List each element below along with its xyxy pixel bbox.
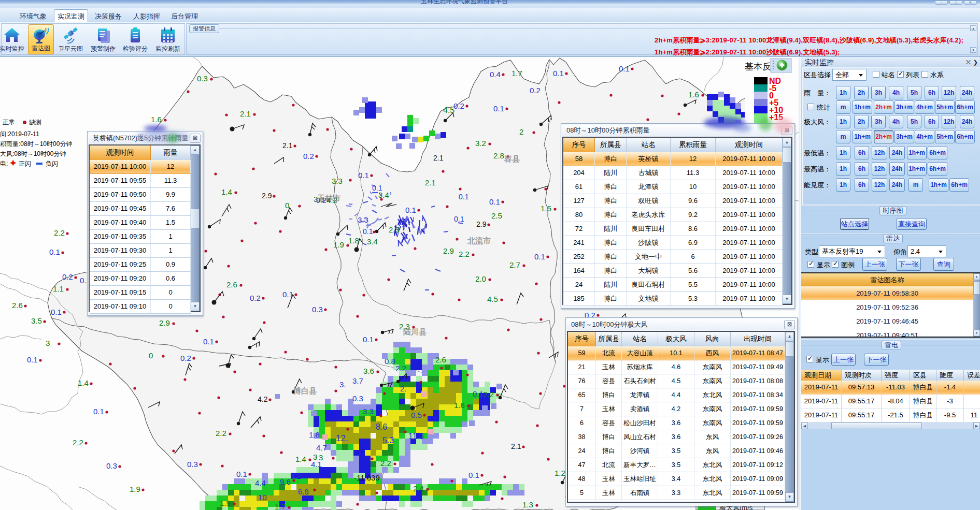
svg-text:0.8: 0.8 [385, 357, 395, 366]
svg-text:容县: 容县 [504, 154, 520, 163]
svg-text:1.7: 1.7 [275, 502, 286, 510]
svg-text:+15: +15 [769, 113, 783, 122]
svg-text:1.9: 1.9 [333, 240, 344, 249]
svg-text:3.3: 3.3 [332, 177, 343, 185]
svg-text:4.5: 4.5 [487, 295, 498, 303]
svg-text:0.2: 0.2 [303, 152, 314, 161]
svg-text:0.1: 0.1 [493, 104, 504, 113]
svg-text:1.6: 1.6 [454, 401, 465, 410]
svg-text:3.2: 3.2 [475, 139, 486, 148]
svg-text:0.3: 0.3 [352, 394, 363, 403]
svg-text:2.2: 2.2 [73, 438, 83, 447]
svg-text:2.3: 2.3 [389, 225, 400, 234]
svg-text:0.3: 0.3 [197, 74, 208, 83]
svg-text:2: 2 [519, 127, 523, 136]
svg-text:3.3: 3.3 [363, 407, 374, 416]
svg-text:0.1: 0.1 [282, 290, 293, 299]
svg-text:2.1: 2.1 [433, 154, 444, 162]
svg-text:1.1: 1.1 [53, 284, 64, 293]
svg-text:11.3: 11.3 [408, 432, 424, 441]
svg-text:2.9: 2.9 [476, 220, 487, 228]
svg-text:北流市: 北流市 [467, 236, 491, 245]
svg-text:4.2: 4.2 [258, 395, 268, 403]
svg-text:2.2: 2.2 [459, 250, 470, 258]
svg-text:0.5: 0.5 [411, 411, 422, 419]
svg-text:2.2: 2.2 [380, 459, 391, 468]
svg-text:10: 10 [258, 493, 267, 502]
svg-text:3.4: 3.4 [367, 237, 378, 246]
svg-text:2.9: 2.9 [159, 318, 170, 327]
svg-text:1.4: 1.4 [78, 378, 89, 387]
svg-text:0.1: 0.1 [468, 471, 479, 479]
svg-text:1.9: 1.9 [130, 485, 140, 493]
svg-text:2.1: 2.1 [240, 109, 251, 118]
svg-text:3.7: 3.7 [352, 376, 363, 385]
svg-text:2.7: 2.7 [509, 260, 520, 269]
svg-text:2.9: 2.9 [443, 246, 454, 255]
svg-text:2.9: 2.9 [262, 192, 272, 200]
svg-text:2.: 2. [400, 384, 407, 393]
svg-text:0.1: 0.1 [51, 308, 62, 316]
svg-text:-11.039: -11.039 [354, 473, 380, 482]
svg-text:2.2: 2.2 [395, 364, 406, 373]
svg-text:0.3: 0.3 [312, 305, 323, 314]
svg-text:0.1: 0.1 [358, 171, 369, 180]
svg-text:0.1: 0.1 [459, 193, 469, 201]
svg-text:0.1: 0.1 [405, 206, 416, 214]
svg-text:1.2: 1.2 [555, 469, 565, 477]
svg-text:0.1: 0.1 [553, 69, 564, 78]
svg-text:6.9: 6.9 [298, 487, 309, 496]
svg-text:0.3: 0.3 [187, 460, 198, 469]
svg-text:0.1: 0.1 [372, 184, 382, 192]
svg-text:0.1: 0.1 [363, 335, 374, 344]
svg-text:1.8: 1.8 [348, 236, 359, 245]
svg-text:1.4: 1.4 [221, 187, 232, 196]
svg-text:2.2: 2.2 [483, 390, 494, 399]
svg-text:0.1: 0.1 [27, 355, 38, 364]
svg-text:2.4: 2.4 [413, 484, 424, 493]
svg-text:3.3: 3.3 [358, 215, 368, 224]
svg-text:3: 3 [46, 339, 50, 347]
svg-text:0.2: 0.2 [62, 272, 73, 281]
svg-text:2.5: 2.5 [491, 211, 502, 220]
svg-text:3.5: 3.5 [31, 316, 42, 325]
svg-text:0.2: 0.2 [316, 196, 326, 205]
svg-text:1.6: 1.6 [688, 90, 699, 99]
svg-text:0.1: 0.1 [49, 247, 60, 256]
svg-text:9.6: 9.6 [280, 477, 291, 486]
svg-text:2.2: 2.2 [216, 429, 226, 438]
svg-text:0.1: 0.1 [454, 215, 464, 223]
svg-text:0.2: 0.2 [180, 354, 191, 362]
svg-text:4.7: 4.7 [316, 443, 327, 452]
svg-text:1.6: 1.6 [151, 115, 162, 124]
svg-text:3.: 3. [339, 380, 346, 389]
svg-text:2.6: 2.6 [226, 280, 237, 289]
svg-text:12.: 12. [336, 433, 348, 443]
svg-text:0.1: 0.1 [619, 64, 630, 73]
svg-text:0.2: 0.2 [250, 294, 261, 302]
svg-text:2.8: 2.8 [493, 151, 504, 160]
svg-text:0.4: 0.4 [490, 70, 501, 79]
svg-text:0.1: 0.1 [534, 252, 545, 261]
svg-text:0.1: 0.1 [203, 337, 214, 346]
svg-text:1.4: 1.4 [295, 455, 306, 463]
svg-text:8.6: 8.6 [376, 422, 387, 431]
svg-text:1.9: 1.9 [220, 499, 231, 507]
svg-text:1.7: 1.7 [512, 69, 522, 78]
svg-text:0.1: 0.1 [489, 197, 500, 206]
svg-text:9.2: 9.2 [290, 472, 301, 480]
svg-text:4.5: 4.5 [443, 106, 455, 114]
svg-text:2.6: 2.6 [12, 301, 23, 310]
svg-text:2.2: 2.2 [54, 228, 65, 237]
svg-text:4.4: 4.4 [255, 478, 266, 487]
svg-text:2.0: 2.0 [475, 274, 486, 283]
svg-text:0.1: 0.1 [93, 407, 104, 416]
svg-text:1.5: 1.5 [541, 204, 551, 213]
svg-text:4.1: 4.1 [311, 460, 322, 469]
svg-text:2.1: 2.1 [511, 442, 521, 450]
svg-text:1.8: 1.8 [309, 430, 320, 439]
svg-text:基本反: 基本反 [745, 62, 771, 71]
svg-text:0.1: 0.1 [236, 470, 247, 478]
svg-text:4.2: 4.2 [326, 196, 337, 205]
svg-text:5.3: 5.3 [382, 436, 394, 445]
